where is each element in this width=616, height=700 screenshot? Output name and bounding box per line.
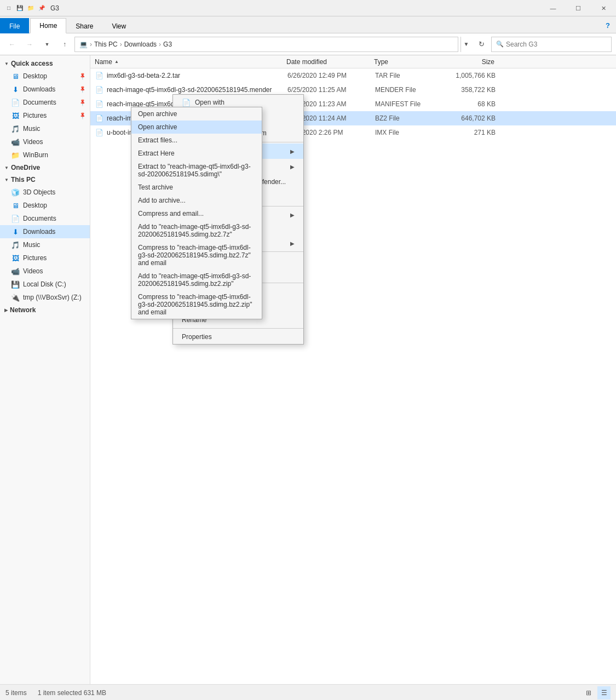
tab-share[interactable]: Share <box>66 18 102 33</box>
sidebar-item-videos-quick[interactable]: 📹 Videos <box>0 135 90 148</box>
tab-home[interactable]: Home <box>30 18 66 33</box>
sidebar-label-pictures-pc: Pictures <box>23 254 47 262</box>
col-header-date[interactable]: Date modified <box>286 58 374 66</box>
videos-icon-pc: 📹 <box>11 267 20 276</box>
maximize-button[interactable]: ☐ <box>566 0 591 16</box>
file-name-1: reach-image-qt5-imx6dl-g3-sd-20200625181… <box>107 86 287 94</box>
sub-compress-7z-email[interactable]: Compress to "reach-image-qt5-imx6dl-g3-s… <box>131 241 262 269</box>
pin-icon-documents: 📌 <box>78 99 87 107</box>
sub-compress-email[interactable]: Compress and email... <box>131 207 262 220</box>
sidebar-label-localdisk: Local Disk (C:) <box>23 280 66 288</box>
file-type-1: MENDER File <box>375 86 441 94</box>
sub-add-archive[interactable]: Add to archive... <box>131 194 262 207</box>
sidebar-item-winburn-quick[interactable]: 📁 WinBurn <box>0 148 90 162</box>
file-icon-manifest: 📄 <box>95 100 103 108</box>
sub-add-zip[interactable]: Add to "reach-image-qt5-imx6dl-g3-sd-202… <box>131 269 262 290</box>
sidebar-item-videos-pc[interactable]: 📹 Videos <box>0 265 90 278</box>
sub-extract-to[interactable]: Extract to "reach-image-qt5-imx6dl-g3-sd… <box>131 160 262 181</box>
ctx-sep-5 <box>173 328 303 329</box>
sidebar-label-desktop-pc: Desktop <box>23 202 47 209</box>
quick-access-label: Quick access <box>11 60 53 67</box>
main-layout: ▼ Quick access 🖥 Desktop 📌 ⬇ Downloads 📌… <box>0 55 616 684</box>
file-date-0: 6/26/2020 12:49 PM <box>287 72 375 79</box>
sidebar-item-downloads-quick[interactable]: ⬇ Downloads 📌 <box>0 83 90 96</box>
sidebar-item-tmp[interactable]: 🔌 tmp (\\VBoxSvr) (Z:) <box>0 291 90 304</box>
file-date-1: 6/25/2020 11:25 AM <box>287 86 375 94</box>
open-with-icon: 📄 <box>182 98 191 107</box>
sidebar-item-music-pc[interactable]: 🎵 Music <box>0 238 90 251</box>
tmp-icon: 🔌 <box>11 293 20 302</box>
col-header-name[interactable]: Name ▲ <box>95 58 286 66</box>
sub-compress-zip-email[interactable]: Compress to "reach-image-qt5-imx6dl-g3-s… <box>131 290 262 319</box>
sidebar-item-3dobjects[interactable]: 🧊 3D Objects <box>0 186 90 199</box>
sub-extract-files[interactable]: Extract files... <box>131 134 262 147</box>
sidebar-label-documents-quick: Documents <box>23 99 56 106</box>
videos-icon-quick: 📹 <box>11 137 20 146</box>
sidebar-item-downloads-pc[interactable]: ⬇ Downloads <box>0 225 90 238</box>
sidebar-item-documents-quick[interactable]: 📄 Documents 📌 <box>0 96 90 109</box>
path-g3[interactable]: G3 <box>163 41 172 48</box>
save-icon[interactable]: 💾 <box>15 4 24 13</box>
sidebar-section-network[interactable]: ▶ Network <box>0 304 90 316</box>
sidebar-label-videos-pc: Videos <box>23 267 43 275</box>
help-icon[interactable]: ? <box>600 18 616 33</box>
sub-test-archive[interactable]: Test archive <box>131 181 262 194</box>
address-dropdown-button[interactable]: ▼ <box>460 37 471 52</box>
sub-compress-zip-email-label: Compress to "reach-image-qt5-imx6dl-g3-s… <box>138 293 255 316</box>
status-bar: 5 items 1 item selected 631 MB ⊞ ☰ <box>0 684 616 700</box>
sidebar-item-localdisk[interactable]: 💾 Local Disk (C:) <box>0 278 90 291</box>
sidebar-item-desktop-quick[interactable]: 🖥 Desktop 📌 <box>0 70 90 83</box>
sub-open-archive-1-label: Open archive <box>138 110 177 118</box>
sidebar-label-desktop-quick: Desktop <box>23 72 47 80</box>
sidebar-item-pictures-pc[interactable]: 🖼 Pictures <box>0 251 90 265</box>
ctx-properties[interactable]: Properties <box>173 330 303 344</box>
sub-extract-here[interactable]: Extract Here <box>131 147 262 160</box>
close-button[interactable]: ✕ <box>591 0 616 16</box>
sidebar-label-music-quick: Music <box>23 125 40 133</box>
list-view-button[interactable]: ☰ <box>597 686 611 699</box>
back-button[interactable]: ← <box>4 37 20 52</box>
sub-add-7z[interactable]: Add to "reach-image-qt5-imx6dl-g3-sd-202… <box>131 220 262 241</box>
sidebar-item-documents-pc[interactable]: 📄 Documents <box>0 212 90 225</box>
recent-locations-button[interactable]: ▼ <box>39 37 55 52</box>
path-thispc[interactable]: This PC <box>94 41 118 48</box>
sub-open-archive-1[interactable]: Open archive <box>131 107 262 121</box>
sidebar-section-onedrive[interactable]: ▼ OneDrive <box>0 162 90 174</box>
sub-open-archive-2[interactable]: Open archive <box>131 121 262 134</box>
path-downloads[interactable]: Downloads <box>124 41 157 48</box>
tab-file[interactable]: File <box>0 18 29 33</box>
documents-icon-pc: 📄 <box>11 214 20 223</box>
col-header-size[interactable]: Size <box>440 58 494 66</box>
table-row[interactable]: 📄 imx6dl-g3-sd-beta-2.2.tar 6/26/2020 12… <box>90 68 616 83</box>
col-header-type[interactable]: Type <box>374 58 440 66</box>
sidebar-section-thispc[interactable]: ▼ This PC <box>0 174 90 186</box>
up-button[interactable]: ↑ <box>57 37 72 52</box>
refresh-button[interactable]: ↻ <box>474 37 489 52</box>
sub-compress-7z-email-label: Compress to "reach-image-qt5-imx6dl-g3-s… <box>138 244 255 267</box>
pin-icon-downloads: 📌 <box>78 85 87 94</box>
grid-view-button[interactable]: ⊞ <box>582 686 595 699</box>
submenu-7zip: Open archive Open archive Extract files.… <box>131 107 262 319</box>
sidebar-item-music-quick[interactable]: 🎵 Music <box>0 122 90 135</box>
search-input[interactable] <box>506 41 607 48</box>
address-path[interactable]: 💻 › This PC › Downloads › G3 <box>74 37 458 52</box>
sidebar-section-quick-access[interactable]: ▼ Quick access <box>0 58 90 70</box>
ribbon-tabs: File Home Share View ? <box>0 16 616 33</box>
window-controls[interactable]: — ☐ ✕ <box>540 0 616 16</box>
sidebar-item-pictures-quick[interactable]: 🖼 Pictures 📌 <box>0 109 90 122</box>
view-toggles: ⊞ ☰ <box>582 686 611 699</box>
file-size-1: 358,722 KB <box>441 86 496 94</box>
tab-view[interactable]: View <box>102 18 135 33</box>
file-name-0: imx6dl-g3-sd-beta-2.2.tar <box>107 72 287 79</box>
ctx-sendto-arrow: ▶ <box>290 240 295 246</box>
table-row[interactable]: 📄 reach-image-qt5-imx6dl-g3-sd-202006251… <box>90 83 616 97</box>
sidebar-label-videos-quick: Videos <box>23 138 43 146</box>
sub-extract-here-label: Extract Here <box>138 150 175 157</box>
3dobjects-icon: 🧊 <box>11 188 20 197</box>
file-type-2: MANIFEST File <box>375 100 441 108</box>
sidebar-item-desktop-pc[interactable]: 🖥 Desktop <box>0 199 90 212</box>
onedrive-arrow: ▼ <box>4 165 9 170</box>
minimize-button[interactable]: — <box>540 0 566 16</box>
pictures-icon-quick: 🖼 <box>11 111 20 120</box>
forward-button[interactable]: → <box>22 37 37 52</box>
